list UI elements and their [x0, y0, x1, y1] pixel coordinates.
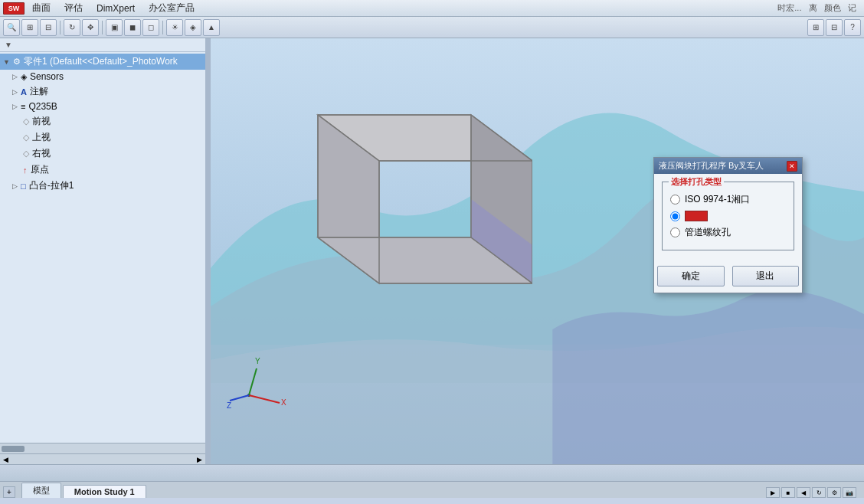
tab-motion1[interactable]: Motion Study 1: [63, 485, 146, 498]
display-btn[interactable]: ◼: [124, 19, 141, 36]
annotations-icon: A: [21, 87, 27, 97]
playback-controls: ▶ ■ ◀ ↻ ⚙ 📷: [761, 487, 861, 498]
menu-office[interactable]: 办公室产品: [142, 0, 201, 16]
camera-btn[interactable]: 📷: [843, 487, 856, 498]
main-area: ▼ ▼ ⚙ 零件1 (Default<<Default>_PhotoWork ▷…: [0, 38, 864, 464]
tree-item-part1[interactable]: ▼ ⚙ 零件1 (Default<<Default>_PhotoWork: [0, 54, 205, 70]
hscroll-thumb[interactable]: [2, 446, 25, 452]
tree-item-origin[interactable]: ↑ 原点: [0, 162, 205, 178]
radio-input-3[interactable]: [670, 227, 680, 237]
sep2: [102, 21, 103, 34]
part-icon: ⚙: [13, 57, 21, 67]
origin-label: 原点: [31, 163, 49, 176]
expand-annotations[interactable]: ▷: [12, 88, 18, 96]
selected-indicator: [685, 211, 708, 221]
svg-text:Y: Y: [255, 357, 260, 365]
collapse-btn[interactable]: ⊟: [826, 19, 843, 36]
front-label: 前视: [32, 115, 51, 128]
top-label: 上视: [32, 131, 51, 144]
expand-sensors[interactable]: ▷: [12, 73, 18, 80]
radio-option-3[interactable]: 管道螺纹孔: [670, 226, 786, 239]
sensors-icon: ◈: [21, 72, 27, 82]
toolbar: 🔍 ⊞ ⊟ ↻ ✥ ▣ ◼ ◻ ☀ ◈ ▲ ⊞ ⊟ ?: [0, 17, 864, 38]
appearance-btn[interactable]: ◈: [185, 19, 201, 36]
radio-label-1: ISO 9974-1湘口: [685, 193, 750, 206]
bottom-tab-controls: +: [3, 486, 21, 498]
bottom-add-btn[interactable]: +: [3, 486, 15, 498]
menu-dimxpert[interactable]: DimXpert: [90, 2, 141, 15]
radio-option-1[interactable]: ISO 9974-1湘口: [670, 193, 786, 206]
sep3: [162, 21, 163, 34]
tree-item-boss[interactable]: ▷ □ 凸台-拉伸1: [0, 178, 205, 194]
tree-item-right[interactable]: ◇ 右视: [0, 146, 205, 162]
tree-item-material[interactable]: ▷ ≡ Q235B: [0, 100, 205, 113]
expand-boss[interactable]: ▷: [12, 182, 18, 190]
sidebar-hscroll[interactable]: [0, 443, 205, 453]
help-btn[interactable]: ?: [844, 19, 861, 36]
stop-btn[interactable]: ■: [781, 487, 795, 498]
expand-btn[interactable]: ⊞: [807, 19, 824, 36]
sidebar: ▼ ▼ ⚙ 零件1 (Default<<Default>_PhotoWork ▷…: [0, 38, 207, 464]
menu-bar: SW 曲面 评估 DimXpert 办公室产品 时宏... 离 颜色 记: [0, 0, 864, 17]
dialog-group-title: 选择打孔类型: [669, 176, 724, 188]
3d-box: [257, 69, 532, 306]
zoom-fit-btn[interactable]: ⊞: [21, 19, 38, 36]
rotate-btn[interactable]: ↻: [64, 19, 80, 36]
rewind-btn[interactable]: ◀: [797, 487, 810, 498]
part1-label: 零件1 (Default<<Default>_PhotoWork: [24, 55, 178, 68]
sidebar-scroll-right[interactable]: ▶: [197, 456, 202, 463]
right-icon: ◇: [23, 149, 29, 159]
dialog-titlebar: 液压阀块打孔程序 By叉车人 ✕: [654, 158, 802, 174]
expand-part1[interactable]: ▼: [3, 58, 10, 66]
tree-item-sensors[interactable]: ▷ ◈ Sensors: [0, 70, 205, 83]
boss-icon: □: [21, 182, 26, 191]
render-btn[interactable]: ▲: [203, 19, 220, 36]
dialog-body: 选择打孔类型 ISO 9974-1湘口 管道螺纹孔: [654, 174, 802, 266]
dialog-options-group: 选择打孔类型 ISO 9974-1湘口 管道螺纹孔: [662, 182, 794, 250]
top-icon: ◇: [23, 133, 29, 142]
dialog-title: 液压阀块打孔程序 By叉车人: [659, 160, 764, 172]
boss-label: 凸台-拉伸1: [29, 179, 74, 192]
radio-label-3: 管道螺纹孔: [685, 226, 731, 239]
play-btn[interactable]: ▶: [766, 487, 780, 498]
section-btn[interactable]: ▣: [106, 19, 123, 36]
expand-material[interactable]: ▷: [12, 103, 18, 110]
radio-input-1[interactable]: [670, 195, 680, 205]
sidebar-nav-row: ◀ ▶: [0, 453, 205, 464]
display2-btn[interactable]: ◻: [142, 19, 159, 36]
radio-option-2[interactable]: [670, 211, 786, 221]
sidebar-filter: ▼: [0, 38, 205, 52]
tree-item-front[interactable]: ◇ 前视: [0, 113, 205, 129]
tree-item-annotations[interactable]: ▷ A 注解: [0, 83, 205, 100]
origin-icon: ↑: [23, 165, 28, 175]
app-logo[interactable]: SW: [3, 2, 25, 15]
zoom-in-btn[interactable]: 🔍: [3, 19, 20, 36]
coord-axes: X Y Z: [226, 353, 287, 414]
right-label: 右视: [32, 147, 51, 160]
sensors-label: Sensors: [30, 71, 64, 82]
annotations-label: 注解: [30, 85, 48, 98]
material-icon: ≡: [21, 102, 25, 111]
bottom-tabs: + 模型 Motion Study 1 ▶ ■ ◀ ↻ ⚙ 📷: [0, 481, 864, 498]
tree-item-top[interactable]: ◇ 上视: [0, 129, 205, 146]
confirm-button[interactable]: 确定: [657, 266, 725, 286]
light-btn[interactable]: ☀: [166, 19, 183, 36]
sep1: [60, 21, 61, 34]
front-icon: ◇: [23, 116, 29, 126]
viewport[interactable]: X Y Z 液压阀块打孔程序 By叉车人 ✕ 选择打孔类型: [211, 38, 864, 464]
dialog-close-button[interactable]: ✕: [787, 161, 797, 172]
sidebar-scroll-left[interactable]: ◀: [3, 456, 8, 463]
pan-btn[interactable]: ✥: [82, 19, 99, 36]
settings-btn[interactable]: ⚙: [827, 487, 841, 498]
menu-surface[interactable]: 曲面: [26, 0, 57, 16]
viewport-bg: X Y Z 液压阀块打孔程序 By叉车人 ✕ 选择打孔类型: [211, 38, 864, 464]
loop-btn[interactable]: ↻: [812, 487, 826, 498]
zoom-box-btn[interactable]: ⊟: [40, 19, 57, 36]
menu-evaluate[interactable]: 评估: [58, 0, 89, 16]
cancel-button[interactable]: 退出: [732, 266, 800, 286]
dialog-buttons: 确定 退出: [654, 266, 802, 293]
tab-model[interactable]: 模型: [21, 483, 61, 498]
title-bar-text: 时宏... 离 颜色 记: [777, 2, 861, 14]
radio-input-2[interactable]: [670, 211, 680, 221]
filter-icon: ▼: [5, 41, 12, 49]
